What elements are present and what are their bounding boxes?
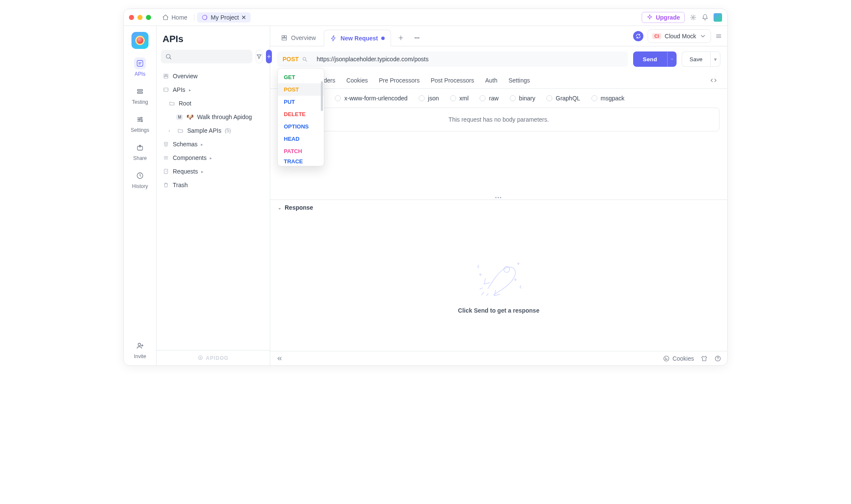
body-type-label: binary [519,95,535,102]
dog-emoji-icon: 🐶 [186,114,194,120]
minimize-window-dot[interactable] [137,15,143,20]
tree-schemas[interactable]: Schemas ▸ [159,137,267,151]
collapse-icon[interactable] [276,355,283,362]
svg-rect-16 [164,169,168,174]
tab-new-request[interactable]: New Request [324,30,391,46]
subtab-cookies[interactable]: Cookies [346,73,368,88]
hamburger-icon[interactable] [715,33,722,40]
response-section-header[interactable]: ⌄ Response [270,199,727,215]
cookies-label: Cookies [672,355,694,362]
navrail-history[interactable]: History [127,170,153,189]
url-input[interactable] [313,56,627,63]
settings-icon [134,114,146,125]
navrail-testing[interactable]: Testing [127,85,153,105]
body-type-xwww[interactable]: x-www-form-urlencoded [335,95,408,102]
send-dropdown[interactable] [667,51,677,67]
tree-sample-apis[interactable]: › Sample APIs (5) [159,124,267,137]
body-type-raw[interactable]: raw [480,95,499,102]
method-option-trace[interactable]: TRACE [278,157,324,163]
navrail-apis[interactable]: APIs [127,57,153,77]
avatar[interactable] [714,13,722,22]
tree-requests[interactable]: Requests ▸ [159,165,267,178]
body-type-xml[interactable]: xml [450,95,469,102]
tab-add[interactable] [393,29,409,46]
method-option-post[interactable]: POST [278,83,324,96]
code-icon[interactable] [710,77,717,84]
subtab-auth[interactable]: Auth [485,73,497,88]
search-input-wrap[interactable] [161,50,252,63]
save-dropdown[interactable]: ▾ [710,51,720,67]
api-icon [163,87,169,93]
tab-overview[interactable]: Overview [274,29,322,46]
navrail-label: Invite [134,353,146,359]
navrail-invite[interactable]: Invite [127,340,153,359]
body-type-binary[interactable]: binary [510,95,535,102]
close-icon[interactable]: ✕ [241,14,246,21]
filter-button[interactable] [256,50,263,63]
titlebar: Home My Project ✕ Upgrade [124,9,727,26]
trash-icon [163,182,169,188]
scrollbar-thumb[interactable] [321,81,323,111]
editor-tabs: Overview New Request Cl [270,26,727,46]
send-button[interactable]: Send [633,51,667,67]
help-icon[interactable] [714,355,721,362]
subtab-pre[interactable]: Pre Processors [379,73,420,88]
project-tab[interactable]: My Project ✕ [197,12,251,23]
subtab-settings[interactable]: Settings [508,73,530,88]
close-window-dot[interactable] [129,15,134,20]
tab-label: New Request [340,35,378,42]
maximize-window-dot[interactable] [146,15,151,20]
upgrade-button[interactable]: Upgrade [642,12,685,23]
caret-right-icon: ▸ [201,142,206,147]
method-option-get[interactable]: GET [278,71,324,83]
cookies-button[interactable]: Cookies [663,355,694,362]
gear-icon[interactable] [690,14,697,21]
body-type-msgpack[interactable]: msgpack [591,95,625,102]
method-selector[interactable]: POST [277,52,313,66]
navrail-settings[interactable]: Settings [127,114,153,133]
tree-components[interactable]: Components ▸ [159,151,267,165]
method-option-patch[interactable]: PATCH [278,145,324,157]
brand-icon: ⦿ [198,355,203,361]
home-tab[interactable]: Home [158,12,191,23]
testing-icon [134,85,146,97]
body-type-label: msgpack [601,95,625,102]
method-option-head[interactable]: HEAD [278,133,324,145]
environment-selector[interactable]: Cl Cloud Mock [648,29,711,43]
tree-label: Root [179,100,191,107]
navrail-label: Settings [131,127,149,133]
navrail-share[interactable]: Share [127,142,153,161]
bell-icon[interactable] [702,14,708,21]
body-type-json[interactable]: json [419,95,439,102]
method-option-put[interactable]: PUT [278,96,324,108]
navrail-label: Share [133,155,147,161]
brand-label: APIDOG [206,355,228,361]
cookie-icon [663,355,670,362]
tree-overview[interactable]: Overview [159,69,267,83]
tree-label: Overview [173,73,197,80]
splitter-handle[interactable]: ••• [270,195,727,199]
caret-right-icon[interactable]: › [168,128,174,133]
search-input[interactable] [172,53,248,60]
save-button[interactable]: Save [682,51,710,67]
navrail-label: Testing [132,99,148,105]
tree-root[interactable]: Root [159,97,267,110]
svg-rect-14 [164,77,168,78]
svg-point-26 [480,273,481,275]
radio-icon [546,95,552,101]
method-option-options[interactable]: OPTIONS [278,120,324,133]
tree-trash[interactable]: Trash [159,178,267,192]
tree-apis[interactable]: APIs ▸ [159,83,267,97]
folder-icon [168,100,175,106]
body-type-graphql[interactable]: GraphQL [546,95,580,102]
svg-point-29 [665,358,666,358]
shirt-icon[interactable] [701,355,708,362]
tab-more[interactable] [411,29,423,46]
subtab-post[interactable]: Post Processors [431,73,474,88]
body-type-label: GraphQL [556,95,580,102]
upgrade-label: Upgrade [656,14,680,21]
tree-walkthrough[interactable]: M 🐶 Walk through Apidog [159,110,267,124]
method-option-delete[interactable]: DELETE [278,108,324,120]
env-refresh-button[interactable] [633,31,643,41]
search-small-icon [301,56,308,63]
